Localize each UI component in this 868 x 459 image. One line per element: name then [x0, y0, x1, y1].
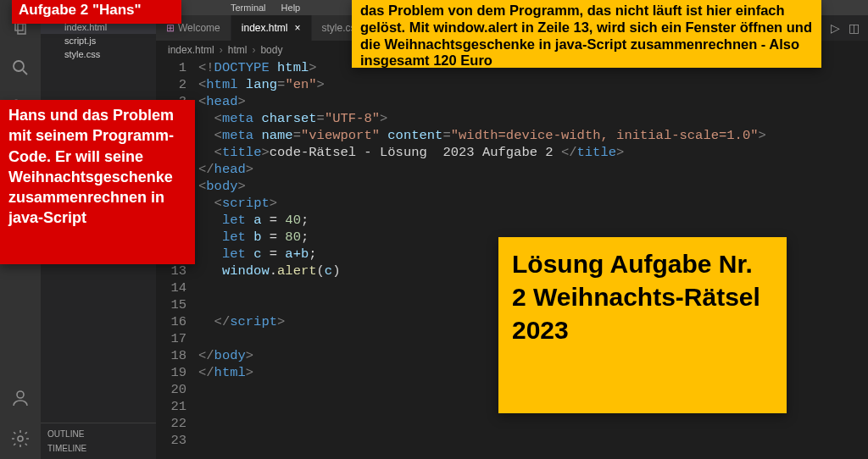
split-editor-icon[interactable]: ◫	[849, 21, 860, 35]
chevron-right-icon: ›	[252, 44, 255, 56]
svg-point-2	[14, 61, 24, 71]
editor-tab[interactable]: index.html×	[231, 15, 312, 41]
search-icon[interactable]	[10, 58, 31, 78]
account-icon[interactable]	[10, 388, 31, 408]
gear-icon[interactable]	[10, 429, 31, 449]
menu-help[interactable]: Help	[281, 3, 301, 13]
overlay-solution-yellow: Lösung Aufgabe Nr. 2 Weihnachts-Rätsel 2…	[498, 237, 787, 413]
run-icon[interactable]: ▷	[831, 21, 840, 35]
timeline-section[interactable]: TIMELINE	[47, 441, 149, 456]
overlay-problem-red: Hans und das Problem mit seinem Programm…	[0, 100, 195, 264]
svg-rect-1	[18, 24, 25, 34]
file-tree-item[interactable]: style.css	[41, 47, 156, 61]
file-tree-item[interactable]: script.js	[41, 34, 156, 47]
chevron-right-icon: ›	[220, 44, 223, 56]
menu-terminal[interactable]: Terminal	[231, 3, 266, 13]
overlay-title-red: Aufgabe 2 "Hans"	[12, 0, 181, 24]
svg-point-8	[18, 436, 23, 441]
close-icon[interactable]: ×	[295, 22, 301, 34]
outline-section[interactable]: OUTLINE	[47, 427, 149, 441]
breadcrumb-item[interactable]: body	[260, 44, 282, 56]
breadcrumb-item[interactable]: html	[228, 44, 248, 56]
svg-point-7	[17, 391, 24, 398]
overlay-explanation-yellow: das Problem von dem Programm, das nicht …	[352, 0, 821, 68]
svg-line-3	[23, 70, 27, 75]
breadcrumb-item[interactable]: index.html	[168, 44, 214, 56]
